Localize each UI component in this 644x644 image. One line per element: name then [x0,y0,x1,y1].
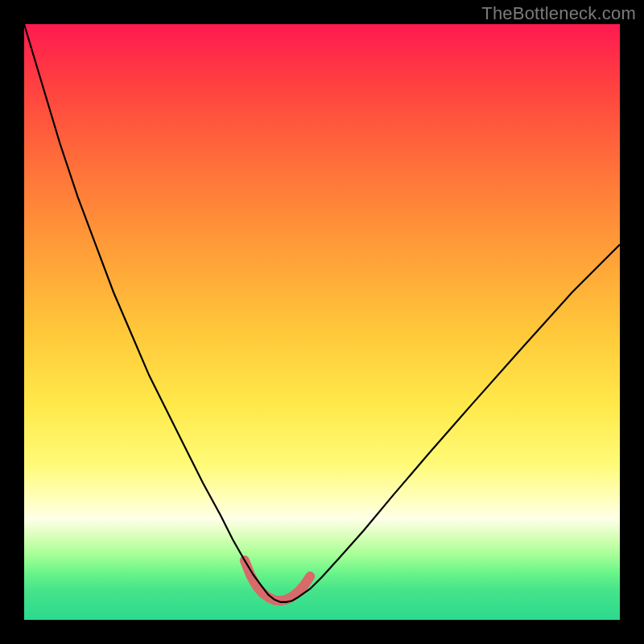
chart-frame: TheBottleneck.com [0,0,644,644]
plot-area [24,24,620,620]
watermark-text: TheBottleneck.com [481,3,636,24]
chart-svg [24,24,620,620]
bottleneck-curve [24,24,620,602]
